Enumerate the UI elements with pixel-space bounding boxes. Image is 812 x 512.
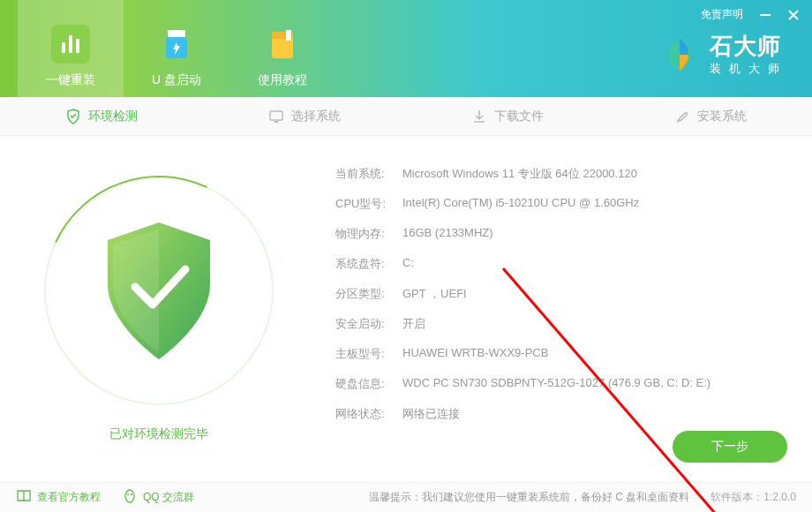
- brand: 石大师 装机大师: [660, 34, 787, 77]
- qq-icon: [122, 488, 138, 507]
- svg-rect-10: [270, 111, 282, 120]
- step-env-check[interactable]: 环境检测: [0, 97, 203, 135]
- footer: 查看官方教程 QQ 交流群 温馨提示：我们建议您使用一键重装系统前，备份好 C …: [0, 482, 812, 512]
- info-row: 网络状态:网络已连接: [335, 406, 794, 422]
- usb-icon: [157, 25, 196, 64]
- footer-qq-link[interactable]: QQ 交流群: [122, 488, 194, 507]
- step-install[interactable]: 安装系统: [609, 97, 812, 135]
- info-value: 网络已连接: [402, 406, 460, 422]
- info-label: 当前系统:: [335, 166, 402, 182]
- step-label: 下载文件: [494, 109, 544, 124]
- shield-check-icon: [95, 218, 223, 364]
- step-label: 选择系统: [291, 109, 341, 124]
- info-value: GPT ，UEFI: [402, 286, 467, 302]
- info-row: 硬盘信息:WDC PC SN730 SDBPNTY-512G-1027 (476…: [335, 376, 794, 392]
- footer-tip: 温馨提示：我们建议您使用一键重装系统前，备份好 C 盘和桌面资料: [369, 490, 689, 505]
- svg-rect-2: [69, 35, 72, 53]
- main-content: 已对环境检测完毕 当前系统:Microsoft Windows 11 专业版 6…: [0, 136, 812, 482]
- svg-point-13: [127, 493, 129, 495]
- minimize-button[interactable]: [759, 9, 771, 21]
- info-label: 系统盘符:: [335, 256, 402, 272]
- footer-link-label: 查看官方教程: [37, 490, 101, 505]
- footer-tutorial-link[interactable]: 查看官方教程: [16, 488, 101, 507]
- next-button[interactable]: 下一步: [673, 431, 787, 463]
- svg-point-12: [125, 490, 134, 502]
- monitor-icon: [268, 109, 284, 124]
- svg-rect-9: [760, 14, 771, 16]
- info-value: WDC PC SN730 SDBPNTY-512G-1027 (476.9 GB…: [402, 376, 710, 392]
- book-icon: [263, 25, 302, 64]
- svg-point-14: [131, 493, 132, 495]
- info-label: 主板型号:: [335, 346, 402, 362]
- info-label: 网络状态:: [335, 406, 402, 422]
- detection-panel: 已对环境检测完毕: [0, 136, 318, 482]
- info-label: 硬盘信息:: [335, 376, 402, 392]
- book-open-icon: [16, 488, 32, 507]
- info-row: 分区类型:GPT ，UEFI: [335, 286, 794, 302]
- brand-title: 石大师: [710, 34, 787, 59]
- main-nav: 一键重装 U 盘启动 使用教程: [18, 0, 335, 97]
- disclaimer-link[interactable]: 免责声明: [701, 7, 743, 22]
- svg-rect-4: [168, 30, 185, 37]
- footer-version: 软件版本：1.2.0.0: [710, 490, 796, 505]
- brand-subtitle: 装机大师: [710, 61, 787, 77]
- nav-tab-label: U 盘启动: [152, 72, 201, 88]
- shield-icon: [65, 109, 81, 124]
- info-row: 系统盘符:C:: [335, 256, 794, 272]
- info-label: 物理内存:: [335, 226, 402, 242]
- step-label: 安装系统: [697, 109, 747, 124]
- info-value: Microsoft Windows 11 专业版 64位 22000.120: [402, 166, 637, 182]
- svg-rect-1: [62, 42, 65, 53]
- info-value: Intel(R) Core(TM) i5-10210U CPU @ 1.60GH…: [402, 196, 639, 212]
- nav-tab-reinstall[interactable]: 一键重装: [18, 0, 124, 97]
- brand-logo-icon: [660, 35, 699, 74]
- step-label: 环境检测: [88, 109, 138, 124]
- footer-link-label: QQ 交流群: [143, 490, 194, 505]
- info-row: CPU型号:Intel(R) Core(TM) i5-10210U CPU @ …: [335, 196, 794, 212]
- info-value: C:: [402, 256, 414, 272]
- svg-rect-11: [274, 121, 278, 123]
- step-select-system[interactable]: 选择系统: [203, 97, 406, 135]
- info-value: 16GB (2133MHZ): [402, 226, 493, 242]
- nav-tab-label: 使用教程: [258, 72, 307, 88]
- wrench-icon: [674, 109, 690, 124]
- detection-status: 已对环境检测完毕: [109, 426, 208, 442]
- info-label: 分区类型:: [335, 286, 402, 302]
- step-download[interactable]: 下载文件: [406, 97, 609, 135]
- app-header: 一键重装 U 盘启动 使用教程 免责声明 石大师 装机大师: [0, 0, 812, 97]
- steps-bar: 环境检测 选择系统 下载文件 安装系统: [0, 97, 812, 136]
- info-value: 开启: [402, 316, 425, 332]
- window-controls: 免责声明: [701, 7, 800, 22]
- svg-rect-3: [76, 39, 79, 53]
- next-button-label: 下一步: [711, 439, 748, 455]
- info-value: HUAWEI WRTB-WXX9-PCB: [402, 346, 548, 362]
- svg-rect-8: [286, 30, 291, 41]
- nav-tab-usb[interactable]: U 盘启动: [124, 0, 229, 97]
- close-button[interactable]: [787, 9, 800, 21]
- progress-ring: [44, 176, 274, 405]
- download-icon: [471, 109, 487, 124]
- nav-tab-tutorial[interactable]: 使用教程: [229, 0, 335, 97]
- info-label: CPU型号:: [335, 196, 402, 212]
- info-label: 安全启动:: [335, 316, 402, 332]
- nav-tab-label: 一键重装: [46, 72, 95, 88]
- info-row: 主板型号:HUAWEI WRTB-WXX9-PCB: [335, 346, 794, 362]
- info-row: 当前系统:Microsoft Windows 11 专业版 64位 22000.…: [335, 166, 794, 182]
- info-row: 安全启动:开启: [335, 316, 794, 332]
- chart-icon: [51, 25, 90, 64]
- info-row: 物理内存:16GB (2133MHZ): [335, 226, 794, 242]
